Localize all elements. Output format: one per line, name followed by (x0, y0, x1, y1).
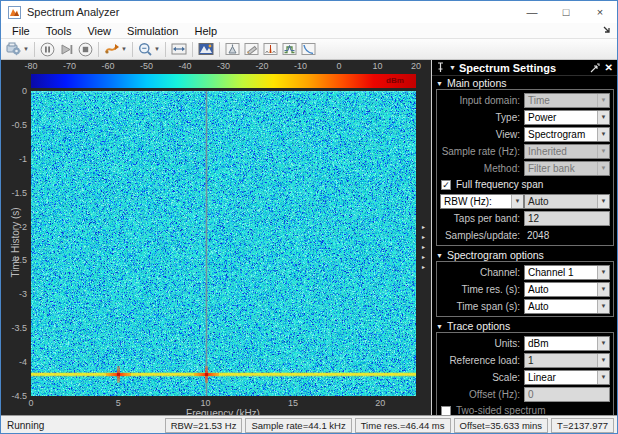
tick-label: 0 (28, 398, 33, 408)
status-offset: Offset=35.633 mins (454, 418, 548, 433)
menu-file[interactable]: File (4, 25, 38, 37)
chevron-down-icon: ▼ (597, 162, 609, 175)
spectral-mask-button[interactable] (280, 40, 299, 58)
reference-load-select[interactable]: 1▼ (524, 353, 610, 368)
panel-splitter[interactable]: ▸ ▸ ▸ ▸ ▸ (419, 223, 428, 271)
spectrogram-plot[interactable] (31, 91, 416, 396)
tick-label: -1 (1, 154, 27, 164)
type-select[interactable]: Power▼ (524, 110, 610, 125)
span-button[interactable] (169, 40, 189, 58)
chevron-down-icon: ▼ (597, 300, 609, 313)
dock-arrow-icon[interactable] (603, 26, 612, 35)
minimize-button[interactable]: — (515, 1, 549, 23)
tick-label: -4 (1, 357, 27, 367)
tick-label: 10 (201, 398, 211, 408)
menu-tools[interactable]: Tools (38, 25, 80, 37)
menu-help[interactable]: Help (186, 25, 225, 37)
toolbar-separator (219, 42, 220, 57)
splitter-arrow-icon: ▸ (422, 243, 425, 251)
status-state: Running (1, 420, 44, 431)
taps-per-band-input[interactable]: 12 (524, 211, 610, 226)
stop-icon (78, 42, 93, 57)
trace-options-box: Units: dBm▼ Reference load: 1▼ Scale: Li… (436, 332, 614, 421)
tick-label: -0.5 (1, 120, 27, 130)
collapse-panel-icon[interactable]: ▼ (449, 64, 456, 71)
playback-source-button[interactable]: ▼ (102, 40, 129, 58)
menu-simulation[interactable]: Simulation (119, 25, 186, 37)
maximize-button[interactable]: □ (549, 1, 583, 23)
measurements-button[interactable] (242, 40, 261, 58)
time-res-select[interactable]: Auto▼ (524, 282, 610, 297)
two-sided-spectrum-checkbox (441, 406, 451, 416)
tick-label: -3.5 (1, 323, 27, 333)
rbw-value-select[interactable]: Auto▼ (524, 194, 610, 209)
chevron-down-icon: ▼ (121, 46, 127, 52)
field-label: View: (440, 129, 524, 140)
type-row: Type: Power▼ (440, 109, 610, 125)
view-select[interactable]: Spectrogram▼ (524, 127, 610, 142)
peak-finder-button[interactable] (223, 40, 242, 58)
chevron-down-icon: ▼ (597, 111, 609, 124)
spectrogram-view-button[interactable] (196, 40, 216, 58)
field-label: Type: (440, 112, 524, 123)
section-trace-options[interactable]: ▼ Trace options (432, 319, 617, 332)
spectrogram-figure: -80-70-60-50-40-30-20-1001020 dBm Time H… (1, 60, 430, 415)
section-main-options[interactable]: ▼ Main options (432, 76, 617, 89)
time-span-select[interactable]: Auto▼ (524, 299, 610, 314)
tick-label: -2 (1, 222, 27, 232)
zoom-icon (138, 42, 153, 57)
undock-icon[interactable] (590, 63, 600, 73)
toolbar-separator (132, 42, 133, 57)
tick-label: 10 (372, 61, 382, 71)
span-icon (171, 42, 187, 56)
zoom-button[interactable]: ▼ (136, 40, 162, 58)
field-label: Method: (440, 163, 524, 174)
distortion-button[interactable] (261, 40, 280, 58)
channel-select[interactable]: Channel 1▼ (524, 265, 610, 280)
scale-select[interactable]: Linear▼ (524, 370, 610, 385)
measurements-icon (244, 42, 259, 56)
rbw-mode-select[interactable]: RBW (Hz):▼ (440, 194, 524, 209)
step-forward-button[interactable] (57, 40, 76, 58)
status-rbw: RBW=21.53 Hz (165, 418, 243, 433)
window-title: Spectrum Analyzer (27, 6, 119, 18)
units-select[interactable]: dBm▼ (524, 336, 610, 351)
panel-close-icon[interactable]: ✕ (605, 63, 613, 73)
menu-view[interactable]: View (79, 25, 119, 37)
field-label: Scale: (440, 372, 524, 383)
chevron-down-icon: ▼ (597, 195, 609, 208)
sample-rate-select: Inherited▼ (524, 144, 610, 159)
section-spectrogram-options[interactable]: ▼ Spectrogram options (432, 248, 617, 261)
samples-update-value: 2048 (524, 230, 610, 241)
toolbar-separator (98, 42, 99, 57)
tick-label: 20 (375, 398, 385, 408)
pause-button[interactable] (38, 40, 57, 58)
collapse-section-icon: ▼ (436, 252, 443, 259)
pin-icon[interactable] (436, 62, 445, 73)
field-label: Taps per band: (440, 213, 524, 224)
menu-bar: File Tools View Simulation Help (1, 23, 617, 39)
section-title: Trace options (447, 320, 510, 332)
toolbar-separator (165, 42, 166, 57)
field-label: Time res. (s): (440, 284, 524, 295)
tick-label: -30 (217, 61, 230, 71)
toolbar: ▼ (1, 39, 617, 60)
stop-button[interactable] (76, 40, 95, 58)
full-frequency-span-checkbox[interactable]: ✓ (441, 180, 451, 190)
tick-label: -60 (101, 61, 114, 71)
spectrum-settings-panel: ▼ Spectrum Settings ✕ ▼ Main options Inp… (431, 60, 617, 415)
reference-load-row: Reference load: 1▼ (440, 352, 610, 368)
chevron-down-icon: ▼ (23, 46, 29, 52)
full-frequency-span-row[interactable]: ✓ Full frequency span (440, 177, 610, 192)
status-sample-rate: Sample rate=44.1 kHz (245, 418, 351, 433)
ccdf-button[interactable] (299, 40, 318, 58)
app-icon (8, 6, 21, 19)
field-label: Reference load: (440, 355, 524, 366)
view-row: View: Spectrogram▼ (440, 126, 610, 142)
config-export-icon (6, 42, 22, 56)
config-export-button[interactable]: ▼ (4, 40, 31, 58)
panel-header: ▼ Spectrum Settings ✕ (432, 60, 617, 76)
close-button[interactable]: × (583, 1, 617, 23)
tick-label: 0 (1, 86, 27, 96)
section-title: Main options (447, 77, 507, 89)
